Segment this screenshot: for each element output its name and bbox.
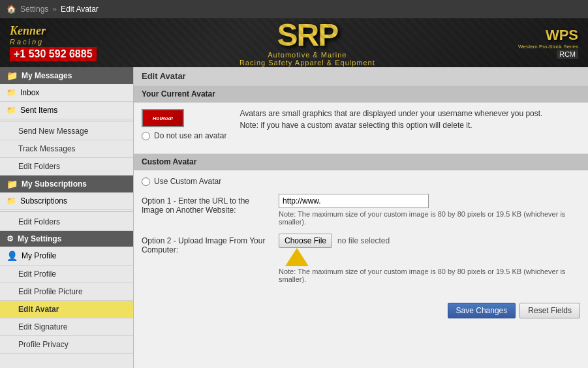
upload-note: Note: The maximum size of your custom im… [279,268,580,283]
current-avatar-section-title: Your Current Avatar [134,85,588,102]
send-message-label: Send New Message [18,127,88,136]
sent-folder-icon: 📁 [7,106,16,115]
sidebar-item-edit-profile[interactable]: Edit Profile [0,266,133,283]
sidebar-messages-header: 📁 My Messages [0,67,133,84]
breadcrumb-current: Edit Avatar [61,5,99,14]
arrow-up-icon [285,248,309,266]
sidebar-settings-header: ⚙ My Settings [0,231,133,247]
custom-avatar-section: Use Custom Avatar Option 1 - Enter the U… [134,170,588,298]
sidebar-item-subscriptions[interactable]: 📁 Subscriptions [0,192,133,210]
sidebar-item-edit-profile-picture[interactable]: Edit Profile Picture [0,283,133,301]
subscriptions-icon: 📁 [7,196,16,206]
settings-icon: ⚙ [7,234,14,243]
sidebar-settings-label: My Settings [18,234,61,243]
edit-folders-messages-label: Edit Folders [18,162,60,171]
save-changes-button[interactable]: Save Changes [448,303,516,318]
track-messages-label: Track Messages [18,144,76,153]
choose-file-button[interactable]: Choose File [279,234,332,248]
arrow-container [279,248,580,266]
inbox-label: Inbox [20,88,39,97]
current-avatar-body: HotRod! Do not use an avatar Avatars are… [134,102,588,153]
messages-folder-icon: 📁 [7,70,18,81]
edit-folders-subs-label: Edit Folders [18,217,60,226]
sidebar-divider-2 [0,211,133,212]
banner-srp-logo: SRP [240,20,375,51]
content-area: Edit Avatar Your Current Avatar HotRod! … [134,67,588,368]
sidebar-item-send-message[interactable]: Send New Message [0,123,133,140]
breadcrumb-settings[interactable]: Settings [20,5,48,14]
edit-profile-label: Edit Profile [18,269,56,279]
subscriptions-folder-icon: 📁 [7,179,18,189]
custom-avatar-section-title: Custom Avatar [134,153,588,170]
sidebar-item-sent[interactable]: 📁 Sent Items [0,102,133,119]
option1-row: Option 1 - Enter the URL to the Image on… [142,194,580,226]
banner-left: Kenner Racing +1 530 592 6885 [10,24,97,61]
sidebar-item-edit-signature[interactable]: Edit Signature [0,318,133,336]
main-layout: 📁 My Messages 📁 Inbox 📁 Sent Items Send … [0,67,588,368]
home-icon: 🏠 [7,5,16,14]
breadcrumb-separator: » [52,5,57,14]
file-upload-row: Choose File no file selected [279,234,580,248]
banner-tagline2: Racing Safety Apparel & Equipment [240,59,375,67]
sidebar-item-edit-folders-subs[interactable]: Edit Folders [0,213,133,231]
edit-avatar-label: Edit Avatar [18,305,59,314]
option2-row: Option 2 - Upload Image From Your Comput… [142,234,580,283]
banner-right: WPS Western Pro-Stock Series RCM [518,27,578,59]
current-avatar-section: HotRod! Do not use an avatar Avatars are… [142,109,580,147]
sidebar: 📁 My Messages 📁 Inbox 📁 Sent Items Send … [0,67,134,368]
banner-tagline1: Automotive & Marine [240,51,375,59]
option1-label: Option 1 - Enter the URL to the Image on… [142,194,272,215]
inbox-folder-icon: 📁 [7,88,16,97]
banner: Kenner Racing +1 530 592 6885 SRP Automo… [0,18,588,67]
banner-racing-label: Racing [10,38,44,46]
no-avatar-label: Do not use an avatar [154,131,226,140]
sidebar-item-profile-privacy[interactable]: Profile Privacy [0,336,133,354]
no-avatar-radio-row[interactable]: Do not use an avatar [142,131,226,140]
banner-center: SRP Automotive & Marine Racing Safety Ap… [240,20,375,67]
banner-phone: +1 530 592 6885 [10,47,97,61]
banner-wps-logo: WPS [546,27,578,44]
banner-kenner-name: Kenner [10,24,46,38]
no-avatar-radio[interactable] [142,132,150,140]
option2-field: Choose File no file selected Note: The m… [279,234,580,283]
reset-fields-button[interactable]: Reset Fields [519,303,580,318]
avatar-image: HotRod! [142,109,184,127]
option1-field: Note: The maximum size of your custom im… [279,194,580,226]
sidebar-divider-1 [0,121,133,121]
footer-buttons: Save Changes Reset Fields [134,298,588,324]
url-input[interactable] [279,194,429,208]
my-profile-label: My Profile [22,251,56,260]
sidebar-item-my-profile[interactable]: 👤 My Profile [0,247,133,266]
option2-label: Option 2 - Upload Image From Your Comput… [142,234,272,254]
use-custom-radio[interactable] [142,177,150,186]
sidebar-item-edit-folders-messages[interactable]: Edit Folders [0,158,133,176]
edit-signature-label: Edit Signature [18,322,67,331]
top-nav: 🏠 Settings » Edit Avatar [0,0,588,18]
sidebar-subscriptions-label: My Subscriptions [22,179,87,189]
sidebar-item-inbox[interactable]: 📁 Inbox [0,84,133,102]
edit-profile-picture-label: Edit Profile Picture [18,287,83,296]
use-custom-radio-row[interactable]: Use Custom Avatar [142,177,580,186]
url-note: Note: The maximum size of your custom im… [279,210,580,226]
sidebar-subscriptions-header: 📁 My Subscriptions [0,176,133,192]
sidebar-messages-label: My Messages [22,71,72,80]
banner-wps-subtitle: Western Pro-Stock Series [518,44,578,50]
user-profile-icon: 👤 [7,251,18,261]
sidebar-item-edit-avatar[interactable]: Edit Avatar [0,301,133,318]
avatar-note: Note: if you have a custom avatar select… [240,121,542,130]
content-header: Edit Avatar [134,67,588,85]
sent-label: Sent Items [20,106,57,115]
sidebar-item-track-messages[interactable]: Track Messages [0,140,133,158]
banner-rcm-tag: RCM [557,50,578,59]
no-file-text: no file selected [337,236,390,245]
subscriptions-label: Subscriptions [20,196,67,206]
profile-privacy-label: Profile Privacy [18,340,69,349]
avatar-description: Avatars are small graphics that are disp… [240,109,542,118]
use-custom-label: Use Custom Avatar [154,177,221,186]
